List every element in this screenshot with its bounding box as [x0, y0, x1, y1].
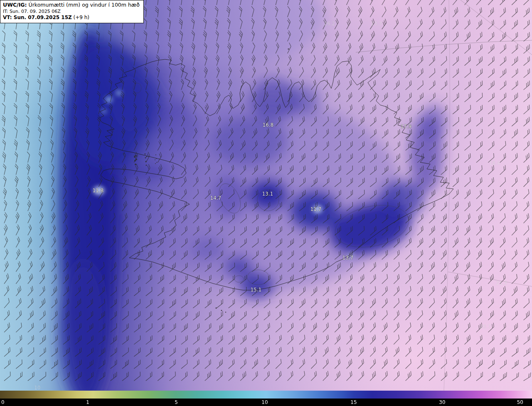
colorbar-tick-label: 10 [261, 399, 268, 406]
map-title-text: Úrkomumætti (mm) og vindur í 100m hæð [27, 2, 140, 8]
colorbar-legend: 01510153050 [0, 391, 532, 406]
colorbar-tick-label: 5 [175, 399, 178, 406]
valid-time: VT: Sun. 07.09.2025 15Z (+9 h) [3, 15, 140, 21]
colorbar-tick-label: 15 [350, 399, 357, 406]
colorbar-tick-label: 0 [1, 399, 5, 406]
valid-time-bold: VT: Sun. 07.09.2025 15Z [3, 15, 72, 20]
colorbar-tick-label: 30 [439, 399, 445, 406]
precip-shading [0, 0, 532, 391]
title-box: UWC/IG: Úrkomumætti (mm) og vindur í 100… [0, 0, 144, 23]
colorbar-tick-label: 50 [517, 399, 523, 406]
init-time: IT: Sun. 07. 09. 2025 06Z [3, 9, 140, 15]
weather-map-screen: 26.223.316.817.911.814.713.111.713.715.1… [0, 0, 532, 406]
model-name: UWC/IG: [3, 2, 27, 8]
colorbar-tick-label: 1 [86, 399, 89, 406]
colorbar-tick-strip: 01510153050 [0, 399, 532, 406]
colorbar-gradient [0, 391, 532, 399]
valid-time-offset: (+9 h) [72, 15, 89, 20]
map-title: UWC/IG: Úrkomumætti (mm) og vindur í 100… [3, 2, 140, 9]
precip-wind-map [0, 0, 532, 391]
